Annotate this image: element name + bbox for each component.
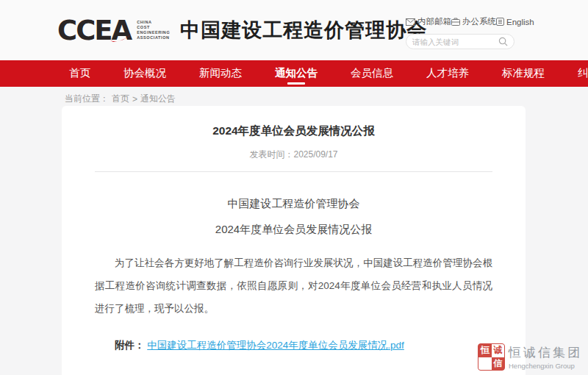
seal-char: 诚	[492, 344, 505, 357]
seal-char-empty	[478, 357, 492, 371]
hengchengxin-watermark: 恒 诚 信 恒诚信集团 Hengchengxin Group	[478, 343, 582, 371]
english-link[interactable]: English	[496, 18, 534, 26]
logo-subtitle: CHINA COST ENGINEERING ASSOCIATION	[137, 20, 170, 40]
search-icon[interactable]	[498, 37, 508, 46]
nav-item-overview[interactable]: 协会概况	[119, 60, 171, 87]
article-title: 2024年度单位会员发展情况公报	[95, 124, 492, 139]
doc-heading-title: 2024年度单位会员发展情况公报	[95, 223, 492, 237]
seal-char: 恒	[478, 344, 492, 357]
nav-item-training[interactable]: 人才培养	[422, 60, 473, 87]
main-nav: 首页 协会概况 新闻动态 通知公告 会员信息 人才培养 标准规程 纠纷调解	[0, 60, 588, 87]
office-icon	[451, 18, 460, 26]
seal-char: 信	[492, 357, 505, 371]
breadcrumb-current[interactable]: 通知公告	[140, 93, 176, 105]
doc-paragraph: 为了让社会各方更好地了解工程造价咨询行业发展状况，中国建设工程造价管理协会根据工…	[95, 251, 492, 320]
watermark-name-cn: 恒诚信集团	[509, 344, 582, 361]
logo-ccea-text: CCEA	[57, 17, 131, 44]
site-header: CCEA CHINA COST ENGINEERING ASSOCIATION …	[0, 0, 588, 60]
nav-item-mediation[interactable]: 纠纷调解	[573, 60, 588, 87]
logo-swoosh-icon	[110, 32, 135, 43]
watermark-name-en: Hengchengxin Group	[509, 362, 582, 370]
doc-heading-org: 中国建设工程造价管理协会	[95, 197, 492, 211]
site-title: 中国建设工程造价管理协会	[180, 17, 427, 43]
globe-icon	[496, 18, 504, 26]
article-card: 2024年度单位会员发展情况公报 发表时间：2025/09/17 中国建设工程造…	[62, 106, 526, 375]
nav-item-notices[interactable]: 通知公告	[270, 60, 322, 87]
top-links: 内部邮箱 办公系统 English	[406, 16, 514, 27]
search-box	[406, 34, 514, 49]
breadcrumb-home-link[interactable]: 首页	[112, 93, 129, 105]
nav-item-members[interactable]: 会员信息	[346, 60, 398, 87]
search-input[interactable]	[412, 38, 498, 46]
attachment-label: 附件：	[115, 340, 145, 351]
office-system-link[interactable]: 办公系统	[451, 16, 496, 27]
mail-icon	[406, 18, 415, 26]
title-divider	[95, 171, 492, 172]
attachment-row: 附件： 中国建设工程造价管理协会2024年度单位会员发展情况.pdf	[95, 339, 492, 352]
attachment-pdf-link[interactable]: 中国建设工程造价管理协会2024年度单位会员发展情况.pdf	[147, 340, 404, 351]
hengchengxin-seal-icon: 恒 诚 信	[478, 343, 505, 371]
header-right-panel: 内部邮箱 办公系统 English	[406, 16, 514, 49]
nav-item-news[interactable]: 新闻动态	[195, 60, 246, 87]
article-publish-date: 发表时间：2025/09/17	[95, 149, 492, 161]
breadcrumb-prefix: 当前位置：	[65, 93, 109, 105]
breadcrumb-separator: >	[132, 94, 137, 104]
internal-mail-link[interactable]: 内部邮箱	[406, 16, 451, 27]
site-logo[interactable]: CCEA CHINA COST ENGINEERING ASSOCIATION	[57, 17, 170, 44]
nav-item-standards[interactable]: 标准规程	[498, 60, 549, 87]
nav-item-home[interactable]: 首页	[65, 60, 95, 87]
